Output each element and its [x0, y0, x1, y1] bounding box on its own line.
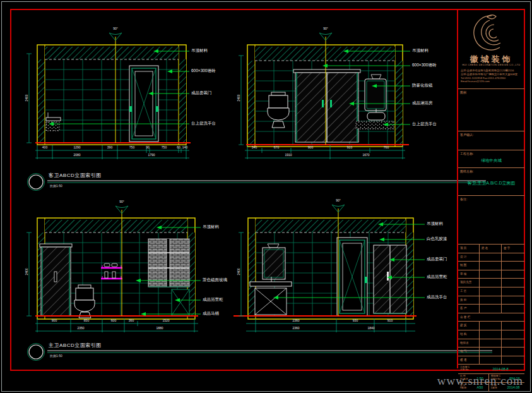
dim-text: 1520 [162, 319, 169, 322]
dim-text: 850 [84, 319, 89, 322]
sign-row-label: 会 签 栏 [458, 313, 524, 322]
dim-text: 60 [177, 146, 180, 149]
vertical-dim: 2400 [237, 94, 240, 101]
callout: 600×300墙砖 [412, 63, 437, 68]
table-row-label: 暖 通 [458, 356, 480, 365]
vertical-dim: 2400 [25, 94, 28, 101]
note-label: 备注: [460, 197, 467, 201]
low-cabinet-icon [46, 112, 61, 131]
door-icon [337, 238, 367, 316]
table-row-label: 结 构 [458, 330, 480, 339]
table-row-label: 设 计 [458, 253, 480, 262]
phoenix-logo-icon [458, 12, 524, 54]
table-row-label: 项目负责 [458, 279, 480, 287]
col-header: 签 字 [502, 245, 524, 253]
tall-cabinet-icon [374, 245, 406, 313]
watermark: www.snren.com [437, 374, 523, 388]
glass-door-icon [40, 244, 72, 316]
dim-total: 2080 [73, 154, 80, 157]
callout: 成品淋浴房 [412, 101, 433, 106]
drawing-name-label: 图纸名称: [460, 169, 473, 173]
section-title: 客卫ABCD立面索引图 [49, 173, 102, 178]
callout: 成品浴室柜 [203, 298, 223, 302]
address-line: Email:hczszs@126.com [461, 80, 523, 83]
mirror-icon [365, 75, 386, 111]
dim-text: 900 [308, 146, 313, 149]
view-marker-label: 90° [119, 200, 124, 203]
company-address: 总部:合肥市临泉路与新蚌埠路交口21幢2156 分部:合肥市和平路与广德路交口创… [461, 69, 523, 83]
dim-total: 2360 [292, 327, 299, 330]
note-cell: 备注: [458, 195, 524, 244]
legend-label: 图例 [460, 90, 466, 94]
dim-total: 1670 [362, 154, 369, 157]
callout: 吊顶材料 [427, 222, 443, 226]
dim-text: 910 [387, 319, 393, 322]
elevation-4-linework [233, 205, 425, 332]
project-name-label: 工程名称: [460, 152, 473, 155]
callout: 防雾化妆镜 [412, 83, 433, 88]
drawing-name-value: 客卫,主卫A.B/C.D立面图 [458, 180, 524, 186]
dim-text: 600 [111, 319, 116, 322]
dim-text: 910 [347, 146, 352, 149]
dim-text: 390 [107, 146, 112, 149]
title-block-panel: 徽城装饰 HUI CHENG DECORATION DESIGN CO.,LTD… [457, 9, 524, 368]
table-row-label: 建 筑 [458, 322, 480, 330]
vertical-dim: 2400 [25, 268, 28, 275]
callout: 茶色镜面玻璃 [203, 278, 227, 282]
dim-text: 140 [182, 146, 187, 149]
dim-text: 900 [52, 319, 57, 322]
vanity-counter-icon [250, 277, 292, 315]
elevation-3-linework [27, 206, 201, 332]
callout: 白色乳胶漆 [427, 237, 447, 241]
job-number-value: 2014-08-8 [476, 367, 524, 371]
job-number-row: 工程编号JOB No. 2014-08-8 [458, 364, 524, 373]
dim-total: 1910 [285, 154, 292, 157]
project-name-cell: 工程名称: 绿地中央城 [458, 150, 524, 167]
callout: 600×300墙砖 [191, 69, 216, 73]
company-block: 徽城装饰 HUI CHENG DECORATION DESIGN CO.,LTD… [458, 9, 524, 88]
callout: 台上盆洗手台 [412, 122, 437, 126]
dim-text: 750 [162, 146, 167, 149]
dim-text: 930 [353, 319, 358, 322]
table-row-label: 制 图 [458, 262, 480, 270]
callout: 吊顶材料 [203, 225, 219, 229]
section-title: 主卫ABCD立面索引图 [49, 343, 102, 348]
callout: 吊顶材料 [191, 49, 208, 53]
table-row-label: 客 户 [458, 305, 480, 313]
ceiling-hatch [45, 47, 179, 59]
toilet-icon [74, 285, 95, 318]
company-subtitle: HUI CHENG DECORATION DESIGN CO.,LTD [458, 64, 524, 66]
address-line: 分部:合肥市和平路与广德路交口创元大厦608室 [461, 73, 523, 76]
callout: 成品套装门 [427, 257, 447, 262]
col-header: 项 目 [458, 245, 480, 253]
view-marker-label: 90° [336, 199, 341, 202]
toilet-icon [268, 92, 289, 128]
dim-total: 1790 [148, 154, 155, 157]
callout: 成品马桶 [203, 311, 219, 316]
dim-text: 340 [252, 146, 257, 149]
drawing-name-cell: 图纸名称: 客卫,主卫A.B/C.D立面图 [458, 167, 524, 195]
legend-cell: 图例 [458, 88, 524, 131]
table-row-label: 电 气 [458, 348, 480, 356]
dim-text: 400 [42, 146, 47, 149]
vanity-cabinet-icon [172, 289, 189, 315]
client-confirm-cell: 客户确认: [458, 131, 524, 150]
table-row-label: 工 艺 [458, 287, 480, 296]
project-name-value: 绿地中央城 [458, 158, 524, 164]
view-marker-label: 90° [323, 27, 328, 30]
door-icon [129, 66, 158, 142]
dim-text: 760 [384, 146, 389, 149]
dim-text: 360 [129, 319, 134, 322]
vertical-dim: 2400 [237, 268, 240, 275]
address-line: 总部:合肥市临泉路与新蚌埠路交口21幢2156 [461, 69, 523, 73]
dim-text: 670 [274, 146, 279, 149]
dim-total: 1880 [156, 327, 163, 330]
callout: 成品洗手台 [427, 295, 447, 299]
dim-text: 1290 [73, 146, 80, 149]
leader-lines [49, 49, 189, 126]
callout: 成品套装门 [191, 91, 212, 95]
table-row-label: 审 核 [458, 270, 480, 279]
col-header: 姓 名 [480, 245, 502, 253]
elevation-1-linework [27, 33, 191, 159]
job-number-label-en: JOB No. [460, 368, 469, 371]
